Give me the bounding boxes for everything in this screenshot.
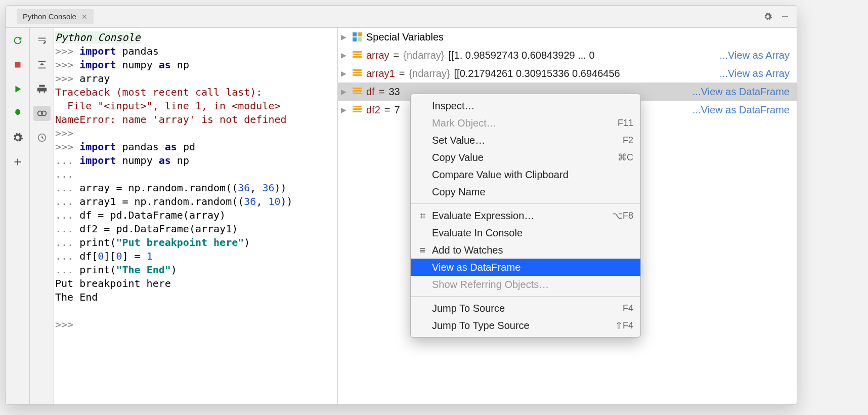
variable-context-menu: Inspect…Mark Object…F11Set Value…F2Copy … <box>410 94 641 338</box>
variable-row-array1[interactable]: ▶array1 = {ndarray} [[0.21794261 0.30915… <box>338 64 797 82</box>
console-gutter <box>30 28 54 404</box>
svg-point-2 <box>15 110 20 115</box>
menu-separator <box>411 203 640 204</box>
svg-rect-1 <box>15 62 20 68</box>
menu-label: Inspect… <box>432 99 474 113</box>
new-console-icon[interactable] <box>9 154 26 170</box>
menu-item-show-referring-objects: Show Referring Objects… <box>411 276 640 293</box>
menu-shortcut: F4 <box>623 301 633 315</box>
run-icon[interactable] <box>9 81 26 97</box>
variable-name: array1 <box>366 66 395 81</box>
variable-name: Special Variables <box>366 29 444 45</box>
variable-row-array[interactable]: ▶array = {ndarray} [[1. 0.98592743 0.608… <box>338 46 797 64</box>
watch-icon: ≡ <box>417 243 428 257</box>
menu-label: Mark Object… <box>432 116 497 130</box>
expander-icon[interactable]: ▶ <box>341 66 348 81</box>
menu-item-inspect[interactable]: Inspect… <box>411 97 640 114</box>
view-as-link[interactable]: ...View as Array <box>719 48 794 63</box>
menu-shortcut: F11 <box>618 116 633 130</box>
soft-wrap-icon[interactable] <box>33 33 51 48</box>
menu-shortcut: ⌘C <box>618 150 633 164</box>
menu-item-copy-name[interactable]: Copy Name <box>411 183 640 200</box>
special-vars-icon <box>352 32 362 42</box>
menu-label: Evaluate Expression… <box>432 209 534 223</box>
close-icon[interactable]: ✕ <box>81 13 88 21</box>
menu-label: Copy Value <box>432 150 484 164</box>
menu-item-view-as-dataframe[interactable]: View as DataFrame <box>411 259 640 276</box>
console-output[interactable]: Python Console >>> import pandas >>> imp… <box>54 28 337 404</box>
scroll-to-end-icon[interactable] <box>33 57 51 72</box>
menu-shortcut: ⌥F8 <box>612 209 633 223</box>
show-variables-icon[interactable] <box>33 106 51 121</box>
execution-gutter <box>6 28 30 404</box>
menu-label: Compare Value with Clipboard <box>432 168 569 182</box>
console-settings-icon[interactable] <box>9 130 26 145</box>
variable-value: 33 <box>388 84 400 99</box>
array-icon <box>352 105 362 115</box>
array-icon <box>352 87 362 97</box>
variable-name: df2 <box>366 102 380 117</box>
menu-label: Set Value… <box>432 133 485 147</box>
menu-item-set-value[interactable]: Set Value…F2 <box>411 132 640 149</box>
tab-label: Python Console <box>23 12 76 21</box>
hide-tool-window-icon[interactable] <box>777 9 793 24</box>
console-text: Python Console >>> import pandas >>> imp… <box>55 31 333 331</box>
menu-label: Jump To Source <box>432 301 505 315</box>
print-icon[interactable] <box>33 81 51 97</box>
menu-label: View as DataFrame <box>432 260 520 274</box>
tab-bar: Python Console ✕ <box>6 6 797 28</box>
expander-icon[interactable]: ▶ <box>341 102 348 117</box>
menu-item-jump-to-source[interactable]: Jump To SourceF4 <box>411 300 640 317</box>
variable-value: [[1. 0.98592743 0.60843929 ... 0 <box>448 48 594 63</box>
menu-item-mark-object: Mark Object…F11 <box>411 114 640 132</box>
menu-item-copy-value[interactable]: Copy Value⌘C <box>411 149 640 166</box>
variable-name: array <box>366 48 389 63</box>
expander-icon[interactable]: ▶ <box>341 29 348 45</box>
tab-python-console[interactable]: Python Console ✕ <box>17 9 94 24</box>
array-icon <box>352 50 362 60</box>
expander-icon[interactable]: ▶ <box>341 84 348 99</box>
array-icon <box>352 68 362 78</box>
menu-item-evaluate-expression[interactable]: ⌗Evaluate Expression…⌥F8 <box>411 207 640 224</box>
svg-rect-0 <box>782 16 788 17</box>
menu-label: Evaluate In Console <box>432 226 523 240</box>
menu-item-compare-value-with-clipboard[interactable]: Compare Value with Clipboard <box>411 166 640 183</box>
variable-value: [[0.21794261 0.30915336 0.6946456 <box>454 66 620 81</box>
stop-icon[interactable] <box>9 57 26 72</box>
menu-label: Show Referring Objects… <box>432 277 549 292</box>
calc-icon: ⌗ <box>417 209 428 223</box>
rerun-icon[interactable] <box>9 33 26 48</box>
view-as-link[interactable]: ...View as DataFrame <box>692 84 794 99</box>
menu-shortcut: F2 <box>623 133 633 147</box>
menu-item-add-to-watches[interactable]: ≡Add to Watches <box>411 241 640 259</box>
menu-separator <box>411 296 640 297</box>
view-as-link[interactable]: ...View as DataFrame <box>692 102 794 117</box>
view-as-link[interactable]: ...View as Array <box>719 66 794 81</box>
expander-icon[interactable]: ▶ <box>341 48 348 63</box>
menu-label: Copy Name <box>432 185 486 199</box>
menu-label: Add to Watches <box>432 243 503 257</box>
variable-row-special-variables[interactable]: ▶Special Variables <box>338 28 797 46</box>
menu-label: Jump To Type Source <box>432 318 530 333</box>
variable-name: df <box>366 84 375 99</box>
menu-item-evaluate-in-console[interactable]: Evaluate In Console <box>411 224 640 241</box>
menu-item-jump-to-type-source[interactable]: Jump To Type Source⇧F4 <box>411 317 640 334</box>
menu-shortcut: ⇧F4 <box>615 318 633 333</box>
variable-value: 7 <box>395 102 400 117</box>
debug-icon[interactable] <box>9 106 26 121</box>
settings-gear-icon[interactable] <box>760 9 775 24</box>
python-console-tool-window: Python Console ✕ <box>5 5 797 405</box>
history-icon[interactable] <box>33 130 51 145</box>
